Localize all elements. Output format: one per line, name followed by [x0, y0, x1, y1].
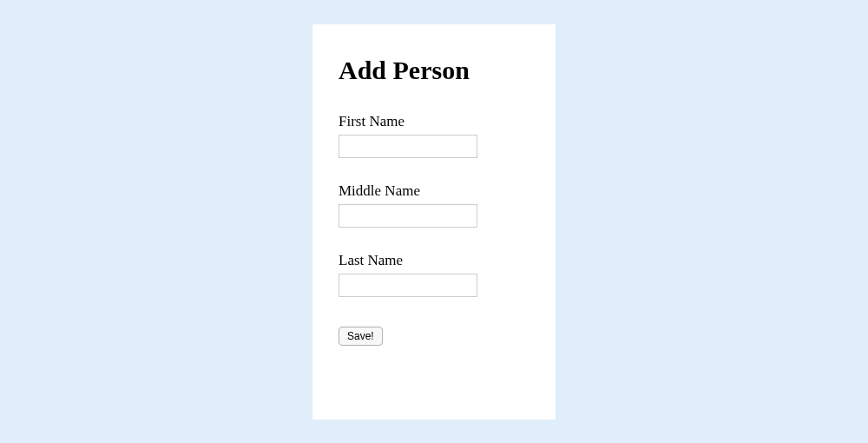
- first-name-group: First Name: [339, 113, 529, 158]
- middle-name-input[interactable]: [339, 204, 477, 228]
- first-name-label: First Name: [339, 113, 529, 130]
- last-name-input[interactable]: [339, 274, 477, 297]
- last-name-label: Last Name: [339, 252, 529, 269]
- first-name-input[interactable]: [339, 135, 477, 158]
- middle-name-label: Middle Name: [339, 182, 529, 200]
- middle-name-group: Middle Name: [339, 182, 529, 228]
- page-title: Add Person: [339, 56, 529, 85]
- save-button[interactable]: Save!: [339, 327, 383, 346]
- last-name-group: Last Name: [339, 252, 529, 297]
- add-person-card: Add Person First Name Middle Name Last N…: [312, 24, 556, 420]
